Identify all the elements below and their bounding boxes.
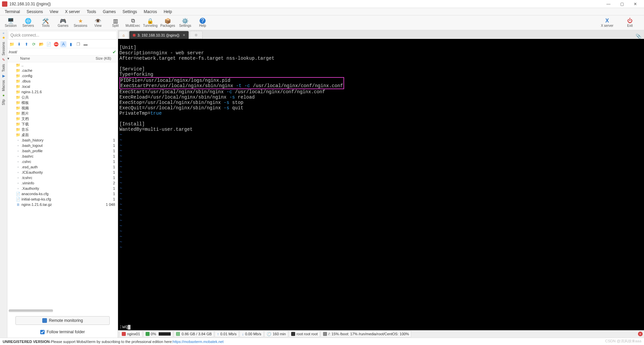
sftp-file-list[interactable]: 📁..📁.cache📁.config📁.dbus📁.local📁nginx-1.… bbox=[7, 62, 118, 308]
tab-home[interactable]: ⌂ bbox=[119, 31, 128, 39]
footer-host: nginx01 bbox=[127, 332, 140, 336]
toolbar-session[interactable]: 🖥️Session bbox=[2, 16, 19, 30]
column-name[interactable]: Name bbox=[12, 56, 94, 62]
toolbar-tunneling[interactable]: 🔒Tunneling bbox=[142, 16, 159, 30]
status-link[interactable]: https://mobaxterm.mobatek.net bbox=[173, 340, 224, 344]
list-item[interactable]: 📁.config bbox=[7, 73, 118, 78]
toolbar-servers[interactable]: 🌐Servers bbox=[19, 16, 37, 30]
file-name: .bash_logout bbox=[21, 143, 96, 148]
delete-icon[interactable]: ⛔ bbox=[53, 41, 59, 47]
toolbar-multiexec[interactable]: ⧉MultiExec bbox=[124, 16, 142, 30]
sort-indicator-icon[interactable]: ▾ bbox=[7, 56, 12, 62]
menu-settings[interactable]: Settings bbox=[119, 9, 140, 15]
list-item[interactable]: 🗎nginx-1.21.6.tar.gz1 048 bbox=[7, 202, 118, 207]
tab-close-icon[interactable]: × bbox=[183, 33, 185, 38]
list-item[interactable]: 📄initial-setup-ks.cfg1 bbox=[7, 196, 118, 202]
menu-sessions[interactable]: Sessions bbox=[23, 9, 46, 15]
sftp-mini-toolbar: 📁 ⬇ ⬆ ⟳ 📂 📄 ⛔ A ▮ ❐ ▬ bbox=[7, 40, 118, 48]
menu-macros[interactable]: Macros bbox=[141, 9, 160, 15]
menu-games[interactable]: Games bbox=[100, 9, 119, 15]
menu-tools[interactable]: Tools bbox=[84, 9, 100, 15]
menu-help[interactable]: Help bbox=[160, 9, 175, 15]
paperclip-icon[interactable]: 📎 bbox=[633, 34, 644, 39]
follow-terminal-checkbox[interactable] bbox=[40, 330, 45, 334]
list-item[interactable]: 📁音乐 bbox=[7, 127, 118, 132]
upload-icon[interactable]: ⬆ bbox=[23, 41, 30, 47]
menu-xserver[interactable]: X server bbox=[62, 9, 84, 15]
file-size: 1 048 bbox=[96, 203, 116, 207]
file-name: .cache bbox=[21, 68, 96, 72]
list-item[interactable]: ▫.bash_logout1 bbox=[7, 143, 118, 148]
file-size: 1 bbox=[96, 170, 116, 174]
column-size[interactable]: Size (KB) bbox=[94, 56, 118, 62]
minimize-button[interactable]: — bbox=[602, 0, 615, 8]
vtab-macros[interactable]: Macros bbox=[1, 78, 6, 93]
toolbar-tools[interactable]: 🛠️Tools bbox=[37, 16, 54, 30]
list-item[interactable]: ▫.esd_auth1 bbox=[7, 164, 118, 170]
list-item[interactable]: 📁nginx-1.21.6 bbox=[7, 89, 118, 95]
list-item[interactable]: 📁模板 bbox=[7, 100, 118, 105]
terminal-icon[interactable]: ❐ bbox=[75, 41, 81, 47]
refresh-icon[interactable]: ⟳ bbox=[31, 41, 37, 47]
vtab-sftp[interactable]: Sftp bbox=[1, 97, 6, 107]
file-icon: 📄 bbox=[15, 197, 21, 202]
file-icon: 📁 bbox=[15, 95, 21, 100]
terminal-area: ⌂ 3. 192.168.10.31 ([nginx]) × ⊕ 📎 [Unit… bbox=[118, 30, 644, 338]
folder-up-icon[interactable]: 📁 bbox=[9, 41, 15, 47]
file-size: 1 bbox=[96, 143, 116, 148]
toolbar-split[interactable]: ▥Split bbox=[107, 16, 124, 30]
toolbar-help[interactable]: ?Help bbox=[194, 16, 211, 30]
tab-active[interactable]: 3. 192.168.10.31 ([nginx]) × bbox=[129, 31, 189, 39]
menu-view[interactable]: View bbox=[46, 9, 62, 15]
list-item[interactable]: ▫.bash_history1 bbox=[7, 137, 118, 143]
toolbar-view[interactable]: 👁️View bbox=[89, 16, 107, 30]
list-item[interactable]: ▫.Xauthority1 bbox=[7, 186, 118, 191]
list-item[interactable]: 📁.dbus bbox=[7, 78, 118, 84]
settings-icon[interactable]: ▬ bbox=[83, 41, 89, 47]
new-file-icon[interactable]: 📄 bbox=[46, 41, 52, 47]
close-button[interactable]: ✕ bbox=[629, 0, 642, 8]
list-item[interactable]: ▫.viminfo2 bbox=[7, 180, 118, 186]
properties-icon[interactable]: ▮ bbox=[68, 41, 74, 47]
vtab-tools[interactable]: Tools bbox=[1, 62, 6, 74]
file-name: .dbus bbox=[21, 79, 96, 83]
menu-terminal[interactable]: Terminal bbox=[1, 9, 23, 15]
terminal[interactable]: [Unit] Description=nginx - web server Af… bbox=[118, 39, 644, 330]
footer-close-button[interactable]: × bbox=[638, 332, 643, 336]
horizontal-scrollbar[interactable] bbox=[9, 309, 53, 312]
quick-connect-input[interactable]: Quick connect... bbox=[8, 31, 117, 40]
list-item[interactable]: 📁公共 bbox=[7, 95, 118, 100]
list-item[interactable]: 📁视频 bbox=[7, 105, 118, 111]
edit-icon[interactable]: A bbox=[60, 41, 66, 47]
new-folder-icon[interactable]: 📂 bbox=[38, 41, 44, 47]
collapse-left-icon[interactable]: « bbox=[3, 31, 4, 36]
list-item[interactable]: ▫.tcshrc1 bbox=[7, 175, 118, 180]
tab-new[interactable]: ⊕ bbox=[190, 31, 203, 39]
list-item[interactable]: 📁桌面 bbox=[7, 132, 118, 137]
sftp-path[interactable]: /root/ bbox=[9, 50, 112, 54]
list-item[interactable]: 📁文档 bbox=[7, 116, 118, 121]
list-item[interactable]: ▫.ICEauthority1 bbox=[7, 170, 118, 175]
list-item[interactable]: 📁.local bbox=[7, 84, 118, 89]
list-item[interactable]: 📁图片 bbox=[7, 111, 118, 116]
list-item[interactable]: 📁下载 bbox=[7, 121, 118, 127]
list-item[interactable]: 📁.. bbox=[7, 62, 118, 68]
vim-command-row: :wq bbox=[119, 324, 130, 330]
list-item[interactable]: ▫.bash_profile1 bbox=[7, 148, 118, 154]
vtab-sessions[interactable]: Sessions bbox=[1, 40, 6, 58]
remote-monitoring-button[interactable]: Remote monitoring bbox=[15, 316, 110, 325]
list-item[interactable]: ▫.cshrc1 bbox=[7, 159, 118, 164]
toolbar-games[interactable]: 🎮Games bbox=[54, 16, 72, 30]
footer-disks: /: 15% /boot: 17% /run/media/root/CentOS… bbox=[328, 332, 409, 336]
toolbar-packages[interactable]: 📦Packages bbox=[159, 16, 176, 30]
maximize-button[interactable]: ▢ bbox=[615, 0, 629, 8]
toolbar-exit[interactable]: ⏻Exit bbox=[621, 16, 639, 30]
list-item[interactable]: ▫.bashrc1 bbox=[7, 154, 118, 159]
toolbar-settings[interactable]: ⚙️Settings bbox=[176, 16, 194, 30]
list-item[interactable]: 📁.cache bbox=[7, 68, 118, 73]
toolbar-xserver[interactable]: XX server bbox=[598, 16, 616, 30]
file-icon: 📁 bbox=[15, 106, 21, 110]
download-icon[interactable]: ⬇ bbox=[16, 41, 22, 47]
toolbar-sessions[interactable]: ★Sessions bbox=[72, 16, 89, 30]
list-item[interactable]: 📄anaconda-ks.cfg1 bbox=[7, 191, 118, 196]
